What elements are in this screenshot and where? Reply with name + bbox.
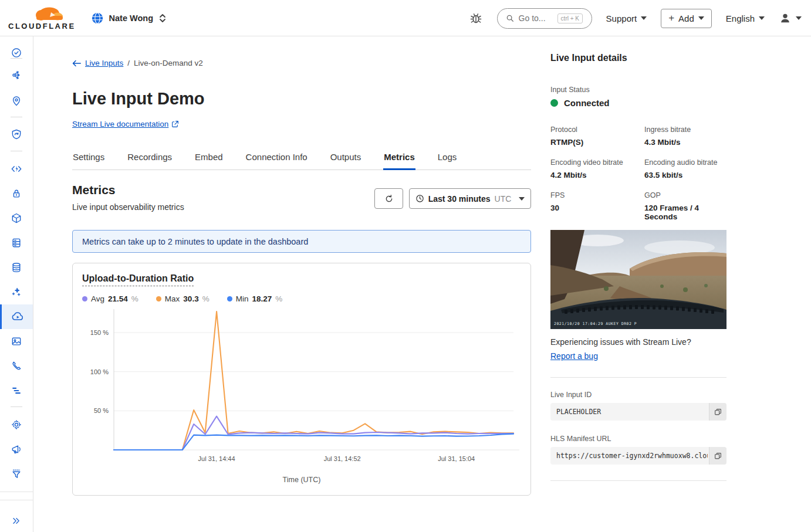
report-bug-link[interactable]: Report a bug <box>550 351 598 361</box>
tab-settings[interactable]: Settings <box>72 144 105 170</box>
chart-card: Upload-to-Duration Ratio Avg 21.54 % Max… <box>72 263 531 496</box>
sidebar-item-images[interactable] <box>0 329 33 354</box>
ai-sparkles-icon <box>11 286 22 298</box>
sidebar-item-stream[interactable] <box>0 304 33 329</box>
tab-recordings[interactable]: Recordings <box>127 144 173 170</box>
legend-dot-max <box>156 296 161 301</box>
add-label: Add <box>678 13 694 23</box>
server-stack-icon <box>11 237 22 249</box>
legend-suffix: % <box>275 294 282 303</box>
panel-divider <box>550 377 726 378</box>
sidebar-item-lock[interactable] <box>0 181 33 206</box>
legend-item-max: Max 30.3 % <box>156 294 209 303</box>
account-selector[interactable]: Nate Wong <box>91 12 167 25</box>
support-menu[interactable]: Support <box>606 13 647 23</box>
search-input[interactable] <box>519 13 553 23</box>
sidebar-item-workers[interactable] <box>0 157 33 181</box>
legend-item-min: Min 18.27 % <box>227 294 283 303</box>
details-heading: Live Input details <box>550 53 726 63</box>
tab-connection-info[interactable]: Connection Info <box>245 144 308 170</box>
megaphone-icon <box>11 443 22 455</box>
sidebar-collapse-toggle[interactable] <box>0 509 33 532</box>
copy-icon <box>714 452 722 460</box>
sidebar-item-gantt[interactable] <box>0 378 33 403</box>
live-input-id-label: Live Input ID <box>550 391 726 399</box>
time-range-dropdown[interactable]: Last 30 minutes UTC <box>409 188 531 209</box>
support-label: Support <box>606 13 637 23</box>
global-search[interactable]: ctrl + K <box>497 8 592 29</box>
cube-icon <box>11 212 22 224</box>
detail-cell-protocol: Protocol RTMP(S) <box>550 126 644 147</box>
svg-text:Jul 31, 15:04: Jul 31, 15:04 <box>438 455 475 462</box>
breadcrumb-current: Live-on-Demand v2 <box>134 59 203 67</box>
sidebar-item-clock-check[interactable] <box>0 40 33 65</box>
sidebar-item-settings[interactable] <box>0 412 33 437</box>
sidebar-item-traffic[interactable] <box>0 63 33 87</box>
copy-input-id-button[interactable] <box>709 403 726 421</box>
clock-icon <box>415 194 424 203</box>
detail-cell-ingress-bitrate: Ingress bitrate 4.3 Mbit/s <box>644 126 726 147</box>
sidebar-item-map-pin[interactable] <box>0 89 33 113</box>
add-button[interactable]: + Add <box>661 9 712 28</box>
upload-duration-line-chart[interactable]: 50 %100 %150 %Jul 31, 14:44Jul 31, 14:52… <box>82 303 522 473</box>
cloudflare-logo[interactable]: CLOUDFLARE <box>8 6 76 31</box>
svg-text:150 %: 150 % <box>90 329 109 336</box>
sidebar-item-calls[interactable] <box>0 354 33 378</box>
images-icon <box>11 336 22 347</box>
account-name: Nate Wong <box>109 13 153 23</box>
phone-icon <box>11 360 22 372</box>
code-bolt-icon <box>11 163 22 175</box>
globe-icon <box>91 12 104 25</box>
sidebar-item-shield[interactable] <box>0 122 33 147</box>
bug-report-icon[interactable] <box>469 11 483 26</box>
language-menu[interactable]: English <box>726 13 765 23</box>
legend-suffix: % <box>131 294 138 303</box>
detail-cell-fps: FPS 30 <box>550 191 644 221</box>
detail-cell-video-bitrate: Encoding video bitrate 4.2 Mbit/s <box>550 158 644 179</box>
hls-manifest-field: https://customer-igynxd2rwhmuoxw8.cloudf <box>550 447 726 465</box>
legend-suffix: % <box>202 294 209 303</box>
cloudflare-wordmark: CLOUDFLARE <box>8 22 76 31</box>
tab-embed[interactable]: Embed <box>194 144 224 170</box>
user-menu[interactable] <box>779 12 802 25</box>
svg-text:50 %: 50 % <box>94 407 109 414</box>
sidebar-divider <box>11 117 22 117</box>
sidebar-item-server[interactable] <box>0 231 33 255</box>
database-icon <box>11 262 22 273</box>
sidebar-item-funnel[interactable] <box>0 462 33 486</box>
tab-logs[interactable]: Logs <box>437 144 458 170</box>
caret-down-icon <box>641 16 647 20</box>
sidebar-item-database[interactable] <box>0 255 33 280</box>
time-zone-label: UTC <box>495 194 512 204</box>
stream-docs-link[interactable]: Stream Live documentation <box>72 120 168 128</box>
settings-gear-icon <box>11 419 22 431</box>
live-input-details-panel: Live Input details Input Status Connecte… <box>550 53 726 481</box>
person-icon <box>779 12 792 25</box>
documentation-link-row: Stream Live documentation <box>72 120 179 128</box>
sidebar-item-announce[interactable] <box>0 437 33 462</box>
hls-manifest-label: HLS Manifest URL <box>550 435 726 443</box>
sidebar-divider <box>11 151 22 151</box>
back-arrow-icon <box>72 60 81 67</box>
language-label: English <box>726 13 755 23</box>
search-icon <box>506 14 514 22</box>
tab-outputs[interactable]: Outputs <box>330 144 362 170</box>
legend-dot-avg <box>82 296 87 301</box>
sidebar-item-r2-cube[interactable] <box>0 206 33 231</box>
input-status-label: Input Status <box>550 86 726 94</box>
caret-down-icon <box>519 197 525 201</box>
status-value: Connected <box>564 98 610 108</box>
tab-metrics[interactable]: Metrics <box>383 144 415 170</box>
breadcrumb-back-link[interactable]: Live Inputs <box>85 59 123 67</box>
detail-label: GOP <box>644 191 726 199</box>
chart-x-axis-label: Time (UTC) <box>82 476 521 484</box>
refresh-button[interactable] <box>374 188 403 209</box>
copy-hls-url-button[interactable] <box>709 447 726 465</box>
page-title: Live Input Demo <box>72 89 205 109</box>
detail-label: Ingress bitrate <box>644 126 726 134</box>
svg-text:Jul 31, 14:44: Jul 31, 14:44 <box>198 455 235 462</box>
chart-title[interactable]: Upload-to-Duration Ratio <box>82 273 194 286</box>
copy-icon <box>714 408 722 416</box>
sidebar-item-ai[interactable] <box>0 280 33 304</box>
plus-icon: + <box>668 12 674 24</box>
